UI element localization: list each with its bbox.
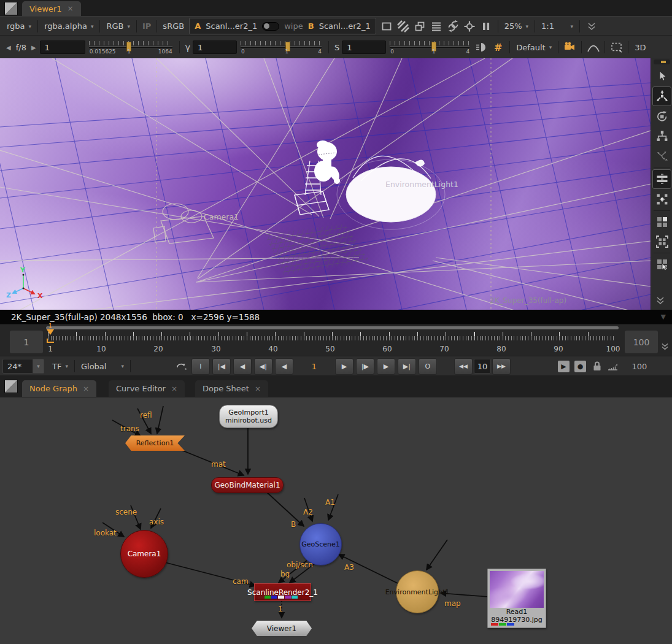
jump-forward-button[interactable]: ▶▶: [492, 358, 511, 375]
node-environmentlight[interactable]: EnvironmentLight1: [396, 570, 439, 613]
fstop-label[interactable]: f/8: [16, 43, 26, 52]
next-keyframe-button[interactable]: ▶: [377, 358, 395, 375]
prev-keyframe-button[interactable]: ◀: [233, 358, 252, 375]
step-forward-button[interactable]: |▶: [356, 358, 374, 375]
jump-back-button[interactable]: ◀◀: [454, 358, 473, 375]
checkerboard-icon[interactable]: [396, 19, 411, 34]
frame-increment-field[interactable]: 10: [474, 359, 491, 374]
refresh-icon[interactable]: [446, 19, 461, 34]
node-geoscene[interactable]: GeoScene1: [299, 523, 342, 565]
range-end-display[interactable]: 100: [622, 362, 657, 371]
pane-splitter-icon[interactable]: [4, 2, 18, 15]
headlamp-icon[interactable]: [474, 40, 489, 55]
pause-icon[interactable]: [479, 19, 494, 34]
node-viewer[interactable]: Viewer1: [252, 621, 312, 636]
status-expand-arrow[interactable]: ▼: [661, 313, 666, 321]
transform-extra-tool-icon[interactable]: [653, 147, 671, 165]
frame-range-start-box[interactable]: 1: [10, 331, 43, 353]
tab-viewer1[interactable]: Viewer1 ×: [22, 1, 81, 16]
fps-combo[interactable]: 24* ▾: [2, 359, 44, 374]
roi-gear-icon[interactable]: [462, 19, 477, 34]
multi-view-bars-icon[interactable]: [652, 169, 671, 189]
tf-dropdown[interactable]: TF▾: [49, 362, 71, 371]
play-backward-button[interactable]: ◀: [275, 358, 293, 375]
layout-pick-icon[interactable]: [653, 255, 671, 274]
layer-dropdown[interactable]: rgba.alpha▾: [41, 21, 96, 31]
side-toolbar-more-chevron[interactable]: [656, 296, 665, 307]
wipe-toggle[interactable]: [262, 22, 279, 31]
range-mode-dropdown[interactable]: Global▾: [78, 362, 127, 371]
ramp-preview-icon[interactable]: [606, 359, 621, 374]
stack-mode-icon[interactable]: [429, 19, 444, 34]
tab-curve-editor[interactable]: Curve Editor ×: [109, 380, 185, 397]
close-icon[interactable]: ×: [255, 385, 261, 393]
gain-slider[interactable]: 0.015625 1 1064: [89, 38, 172, 56]
frame-format-icon[interactable]: [379, 19, 395, 34]
node-scanlinerender[interactable]: ScanlineRender2_1: [254, 583, 311, 601]
scale-tool-icon[interactable]: [653, 127, 671, 145]
wipe-label[interactable]: wipe: [284, 21, 303, 31]
a-buffer-label[interactable]: A: [195, 21, 201, 31]
ocio-display-dropdown[interactable]: Default▾: [513, 43, 555, 52]
input-process-button[interactable]: IP: [140, 21, 153, 31]
timeline-scrollbar[interactable]: [46, 326, 619, 329]
close-icon[interactable]: ×: [171, 385, 177, 393]
close-icon[interactable]: ×: [67, 4, 73, 13]
gamma-input[interactable]: 1: [193, 40, 237, 54]
zoom-level-dropdown[interactable]: 25%▾: [501, 21, 531, 31]
play-button[interactable]: ▶: [335, 358, 353, 375]
tab-dope-sheet[interactable]: Dope Sheet ×: [195, 380, 268, 397]
gain-next-arrow[interactable]: ▶: [31, 44, 36, 51]
overlay-icon[interactable]: [412, 19, 428, 34]
frame-all-icon[interactable]: [653, 232, 671, 251]
step-back-button[interactable]: ◀|: [254, 358, 272, 375]
grid-snap-icon[interactable]: #: [490, 40, 506, 55]
saturation-slider[interactable]: 0 1 4: [390, 38, 469, 56]
goto-start-button[interactable]: |◀: [212, 358, 231, 375]
node-graph-canvas[interactable]: GeoImport1 minirobot.usd Reflection1 Geo…: [0, 397, 672, 644]
lock-range-icon[interactable]: [589, 359, 604, 374]
viewer-3d-viewport[interactable]: Camera1 EnvironmentLight1 2K_Super_35(fu…: [0, 58, 651, 310]
collapse-toolbar-chevron[interactable]: [584, 19, 599, 34]
goto-end-button[interactable]: ▶|: [398, 358, 416, 375]
camera-icon[interactable]: [562, 40, 577, 55]
flipbook-play-icon[interactable]: ▶: [558, 361, 570, 372]
tab-node-graph[interactable]: Node Graph ×: [22, 380, 96, 397]
b-buffer-label[interactable]: B: [308, 21, 314, 31]
frame-range-end-box[interactable]: 100: [625, 331, 658, 353]
layout-grid-handles-icon[interactable]: [653, 190, 671, 209]
view-mode-dropdown[interactable]: 3D▾: [631, 43, 672, 52]
display-channel-dropdown[interactable]: RGB▾: [103, 21, 133, 31]
timeline-more-chevron[interactable]: [661, 342, 669, 353]
render-record-icon[interactable]: ●: [574, 361, 586, 372]
select-tool-icon[interactable]: [653, 67, 671, 85]
saturation-input[interactable]: 1: [342, 40, 386, 54]
colorspace-button[interactable]: sRGB: [160, 21, 187, 31]
gamma-slider[interactable]: 0 1 4: [241, 38, 322, 56]
layout-2x2-icon[interactable]: [653, 213, 671, 231]
node-read[interactable]: Read1 894919730.jpg: [487, 569, 546, 628]
pane-splitter-icon[interactable]: [4, 380, 18, 393]
marquee-select-icon[interactable]: [609, 40, 624, 55]
pixel-aspect-dropdown[interactable]: 1:1▾: [538, 21, 576, 31]
b-buffer-value[interactable]: Scanl...er2_1: [319, 21, 371, 31]
lut-curve-icon[interactable]: [585, 40, 601, 55]
close-icon[interactable]: ×: [83, 385, 89, 393]
playhead-marker[interactable]: [47, 329, 54, 339]
rotate-tool-icon[interactable]: [653, 107, 671, 126]
input-button[interactable]: I: [191, 358, 210, 375]
current-frame[interactable]: 1: [295, 362, 334, 371]
gain-prev-arrow[interactable]: ◀: [6, 44, 11, 51]
frame-range-button[interactable]: O: [419, 358, 437, 375]
a-buffer-value[interactable]: Scanl...er2_1: [206, 21, 257, 31]
node-geobindmaterial[interactable]: GeoBindMaterial1: [211, 477, 284, 493]
playback-mode-icon[interactable]: [174, 359, 190, 374]
timeline-minor-ticks[interactable]: [48, 336, 616, 340]
node-camera[interactable]: Camera1: [120, 530, 168, 578]
side-toolbar-scrollbar[interactable]: [654, 59, 670, 64]
gain-input[interactable]: 1: [40, 40, 85, 54]
node-reflection[interactable]: Reflection1: [125, 435, 185, 451]
translate-tool-icon[interactable]: [652, 86, 671, 106]
channels-dropdown[interactable]: rgba▾: [4, 21, 34, 31]
node-geoimport[interactable]: GeoImport1 minirobot.usd: [219, 405, 278, 428]
